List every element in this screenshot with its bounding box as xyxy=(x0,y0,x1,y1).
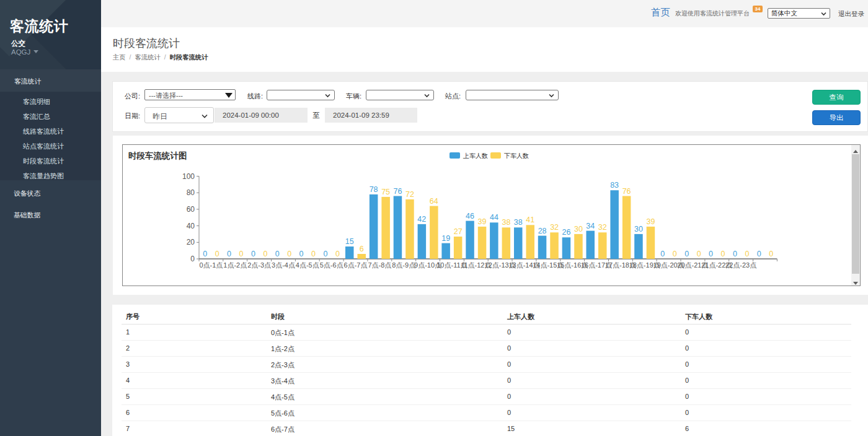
svg-text:0: 0 xyxy=(335,250,340,258)
svg-text:0点-1点: 0点-1点 xyxy=(199,261,223,269)
svg-text:0: 0 xyxy=(227,250,231,258)
svg-text:60: 60 xyxy=(187,205,195,214)
svg-text:0: 0 xyxy=(323,250,327,258)
svg-text:0: 0 xyxy=(684,250,689,258)
svg-text:26: 26 xyxy=(562,228,570,237)
svg-text:0: 0 xyxy=(190,255,195,263)
svg-text:19: 19 xyxy=(441,234,450,243)
svg-text:22点-23点: 22点-23点 xyxy=(725,261,756,269)
svg-text:38: 38 xyxy=(502,218,510,227)
svg-text:1点-2点: 1点-2点 xyxy=(223,261,247,269)
svg-text:0: 0 xyxy=(733,250,737,258)
svg-text:44: 44 xyxy=(490,213,498,222)
svg-text:64: 64 xyxy=(430,197,438,206)
svg-text:32: 32 xyxy=(598,223,607,232)
svg-text:6: 6 xyxy=(360,245,364,253)
svg-text:30: 30 xyxy=(574,225,583,233)
svg-text:76: 76 xyxy=(394,187,402,196)
svg-text:0: 0 xyxy=(251,250,255,258)
svg-text:100: 100 xyxy=(182,172,195,181)
svg-text:0: 0 xyxy=(215,250,219,258)
svg-text:76: 76 xyxy=(622,187,631,196)
svg-text:4点-5点: 4点-5点 xyxy=(296,261,319,269)
svg-text:0: 0 xyxy=(757,250,761,258)
svg-text:30: 30 xyxy=(634,225,643,233)
svg-text:0: 0 xyxy=(721,250,725,258)
svg-text:27: 27 xyxy=(454,227,463,236)
svg-text:32: 32 xyxy=(550,223,559,232)
svg-text:0: 0 xyxy=(769,250,773,258)
svg-text:78: 78 xyxy=(370,185,378,194)
svg-text:20: 20 xyxy=(187,238,195,246)
svg-text:0: 0 xyxy=(745,250,749,258)
svg-text:83: 83 xyxy=(610,181,619,190)
svg-text:0: 0 xyxy=(311,250,316,258)
svg-text:0: 0 xyxy=(203,250,207,258)
svg-text:39: 39 xyxy=(647,217,655,226)
svg-text:8点-9点: 8点-9点 xyxy=(392,261,415,269)
svg-text:2点-3点: 2点-3点 xyxy=(247,261,271,269)
svg-text:0: 0 xyxy=(673,250,677,258)
svg-text:7点-8点: 7点-8点 xyxy=(368,261,391,269)
svg-text:0: 0 xyxy=(287,250,291,258)
svg-text:38: 38 xyxy=(514,218,523,227)
svg-text:0: 0 xyxy=(239,250,244,258)
svg-text:72: 72 xyxy=(405,190,414,199)
svg-text:15: 15 xyxy=(345,237,354,246)
svg-text:40: 40 xyxy=(187,222,195,230)
svg-text:34: 34 xyxy=(586,222,595,230)
svg-text:6点-7点: 6点-7点 xyxy=(344,261,368,269)
svg-text:80: 80 xyxy=(187,188,195,197)
svg-text:0: 0 xyxy=(709,250,713,258)
svg-text:5点-6点: 5点-6点 xyxy=(320,261,343,269)
svg-text:28: 28 xyxy=(538,227,547,235)
svg-text:0: 0 xyxy=(697,250,701,258)
svg-text:46: 46 xyxy=(466,212,474,220)
svg-text:75: 75 xyxy=(381,188,390,196)
svg-text:39: 39 xyxy=(478,217,487,226)
svg-text:0: 0 xyxy=(275,250,280,258)
svg-text:0: 0 xyxy=(299,250,304,258)
svg-text:42: 42 xyxy=(417,215,426,224)
svg-text:3点-4点: 3点-4点 xyxy=(272,261,295,269)
svg-text:0: 0 xyxy=(660,250,665,258)
svg-text:41: 41 xyxy=(526,216,534,224)
svg-text:0: 0 xyxy=(263,250,267,258)
